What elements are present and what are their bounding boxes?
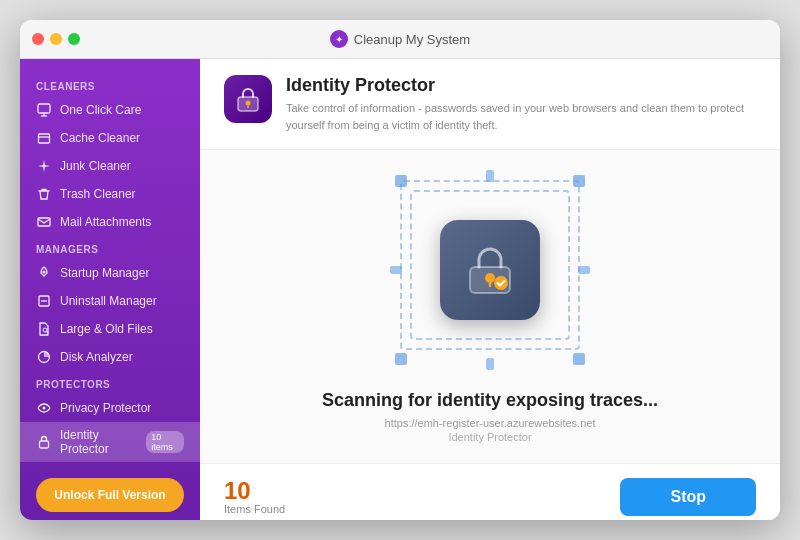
sidebar-item-junk-cleaner[interactable]: Junk Cleaner [20, 152, 200, 180]
rocket-icon [36, 265, 52, 281]
scan-subtitle: Identity Protector [448, 431, 531, 443]
titlebar: ✦ Cleanup My System [20, 20, 780, 59]
sidebar-item-identity-protector[interactable]: Identity Protector 10 items [20, 422, 200, 462]
managers-section-label: Managers [20, 236, 200, 259]
sidebar-item-one-click-care[interactable]: One Click Care [20, 96, 200, 124]
scan-area: Scanning for identity exposing traces...… [200, 150, 780, 463]
content-header-text: Identity Protector Take control of infor… [286, 75, 756, 133]
items-count: 10 [224, 479, 285, 503]
sidebar-item-startup-manager[interactable]: Startup Manager [20, 259, 200, 287]
app-window: ✦ Cleanup My System Cleaners One Click C… [20, 20, 780, 520]
svg-point-20 [487, 275, 493, 281]
corner-mark-br [573, 353, 585, 365]
sparkle-icon [36, 158, 52, 174]
sidebar-item-trash-cleaner[interactable]: Trash Cleaner [20, 180, 200, 208]
content-header: Identity Protector Take control of infor… [200, 59, 780, 150]
stop-button[interactable]: Stop [620, 478, 756, 516]
corner-mark-bl [395, 353, 407, 365]
svg-rect-15 [40, 441, 49, 448]
feature-description: Take control of information - passwords … [286, 100, 756, 133]
minimize-button[interactable] [50, 33, 62, 45]
traffic-lights [32, 33, 80, 45]
sidebar: Cleaners One Click Care [20, 59, 200, 520]
sidebar-item-mail-attachments[interactable]: Mail Attachments [20, 208, 200, 236]
monitor-icon [36, 102, 52, 118]
box-remove-icon [36, 293, 52, 309]
sidebar-item-uninstall-manager[interactable]: Uninstall Manager [20, 287, 200, 315]
svg-text:✦: ✦ [335, 34, 343, 45]
unlock-full-version-button[interactable]: Unlock Full Version [36, 478, 184, 512]
feature-title: Identity Protector [286, 75, 756, 96]
identity-protector-badge: 10 items [146, 431, 184, 453]
scan-url: https://emh-register-user.azurewebsites.… [385, 417, 596, 429]
main-content: Cleaners One Click Care [20, 59, 780, 520]
protectors-section-label: Protectors [20, 371, 200, 394]
svg-rect-7 [38, 218, 50, 226]
eye-icon [36, 400, 52, 416]
lock-svg [463, 243, 517, 297]
box-icon [36, 130, 52, 146]
svg-rect-5 [39, 134, 50, 143]
sidebar-item-privacy-protector[interactable]: Privacy Protector [20, 394, 200, 422]
side-mark-bottom [486, 358, 494, 370]
close-button[interactable] [32, 33, 44, 45]
file-search-icon [36, 321, 52, 337]
pie-chart-icon [36, 349, 52, 365]
content-area: Identity Protector Take control of infor… [200, 59, 780, 520]
svg-point-14 [43, 407, 46, 410]
lock-animation-icon [440, 220, 540, 320]
sidebar-bottom: Unlock Full Version [20, 462, 200, 520]
sidebar-item-large-old-files[interactable]: Large & Old Files [20, 315, 200, 343]
items-found: 10 Items Found [224, 479, 285, 515]
titlebar-title: ✦ Cleanup My System [330, 30, 470, 48]
cleaners-section-label: Cleaners [20, 73, 200, 96]
scan-illustration [390, 170, 590, 370]
content-header-icon [224, 75, 272, 123]
svg-point-8 [43, 271, 46, 274]
maximize-button[interactable] [68, 33, 80, 45]
lock-icon [36, 434, 52, 450]
mail-icon [36, 214, 52, 230]
scan-title: Scanning for identity exposing traces... [322, 390, 658, 411]
content-footer: 10 Items Found Stop [200, 463, 780, 520]
lock-header-icon [234, 85, 262, 113]
sidebar-item-disk-analyzer[interactable]: Disk Analyzer [20, 343, 200, 371]
svg-point-21 [494, 276, 508, 290]
sidebar-item-cache-cleaner[interactable]: Cache Cleaner [20, 124, 200, 152]
app-icon: ✦ [330, 30, 348, 48]
svg-point-11 [43, 328, 47, 332]
items-label: Items Found [224, 503, 285, 515]
trash-icon [36, 186, 52, 202]
svg-rect-2 [38, 104, 50, 113]
